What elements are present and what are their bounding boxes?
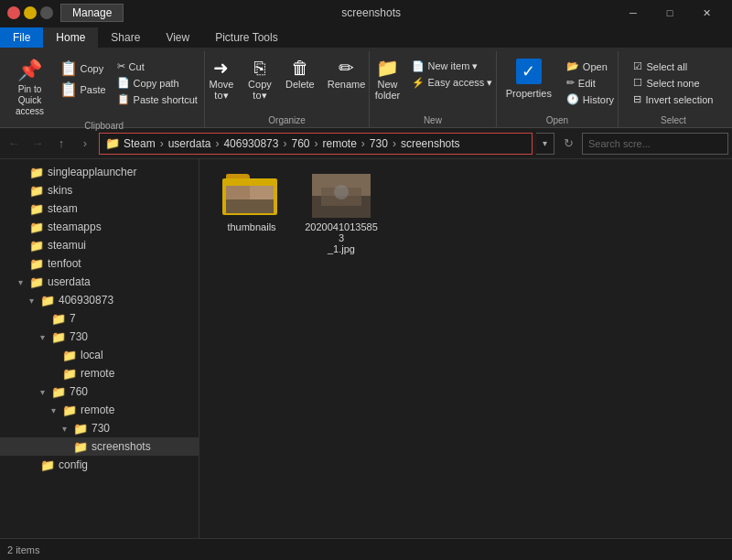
tab-picture-tools[interactable]: Picture Tools (202, 27, 290, 48)
sidebar-item-config[interactable]: 📁 config (0, 456, 199, 474)
sidebar-item-userdata[interactable]: ▾ 📁 userdata (0, 273, 199, 291)
folder-icon: 📁 (29, 239, 44, 253)
folder-icon: 📁 (62, 349, 77, 362)
folder-icon: 📁 (62, 404, 77, 417)
new-section: 📁 Newfolder 📄 New item ▾ ⚡ Easy access ▾… (370, 51, 497, 127)
sidebar-item-local[interactable]: 📁 local (0, 346, 199, 364)
pin-to-quick-access-button[interactable]: 📌 Pin to Quickaccess (6, 55, 52, 121)
new-item-button[interactable]: 📄 New item ▾ (408, 59, 497, 74)
cut-button[interactable]: ✂ Cut (113, 59, 201, 74)
folder-thumbnail (222, 174, 281, 218)
clipboard-label: Clipboard (84, 121, 124, 133)
window-icon-1 (7, 6, 20, 19)
delete-label: Delete (285, 79, 315, 90)
new-content: 📁 Newfolder 📄 New item ▾ ⚡ Easy access ▾ (370, 51, 497, 115)
easy-access-icon: ⚡ (412, 77, 425, 89)
sidebar-item-steamui[interactable]: 📁 steamui (0, 236, 199, 254)
new-folder-button[interactable]: 📁 Newfolder (370, 55, 406, 104)
forward-button[interactable]: → (27, 134, 48, 154)
copy-to-icon: ⎘ (254, 59, 265, 77)
properties-label: Properties (506, 88, 552, 99)
sidebar-item-760[interactable]: ▾ 📁 760 (0, 382, 199, 401)
sidebar-label: steamapps (48, 221, 102, 233)
sidebar-item-steamapps[interactable]: 📁 steamapps (0, 218, 199, 236)
paste-shortcut-button[interactable]: 📋 Paste shortcut (113, 92, 201, 107)
file-item-thumbnails[interactable]: thumbnails (210, 170, 293, 258)
edit-button[interactable]: ✏ Edit (563, 75, 618, 91)
rename-icon: ✏ (339, 59, 354, 77)
select-all-button[interactable]: ☑ Select all (630, 59, 716, 74)
select-none-button[interactable]: ☐ Select none (630, 75, 716, 91)
file-name: thumbnails (227, 221, 275, 232)
maximize-button[interactable]: □ (651, 0, 688, 26)
ribbon-tabs: File Home Share View Picture Tools (0, 26, 732, 48)
main-content: 📁 singleapplauncher 📁 skins 📁 steam 📁 st… (0, 159, 732, 538)
copy-label: Copy (80, 63, 103, 74)
back-button[interactable]: ← (4, 134, 24, 154)
select-none-label: Select none (646, 78, 699, 89)
sidebar-item-remote[interactable]: 📁 remote (0, 364, 199, 382)
folder-preview (226, 186, 274, 213)
paste-icon: 📋 (59, 82, 78, 97)
window-title: screenshots (127, 6, 615, 19)
expand-icon: ▾ (40, 387, 51, 397)
sidebar-item-7[interactable]: 📁 7 (0, 309, 199, 328)
open-content: ✓ Properties 📂 Open ✏ Edit 🕐 History (497, 51, 618, 115)
open-button[interactable]: 📂 Open (563, 59, 618, 74)
file-item-screenshot[interactable]: 20200410135853_1.jpg (300, 170, 382, 258)
sidebar-item-remote-760[interactable]: ▾ 📁 remote (0, 401, 199, 419)
paste-button[interactable]: 📋 Paste (54, 80, 111, 100)
sidebar-label: remote (81, 367, 114, 380)
delete-button[interactable]: 🗑 Delete (280, 55, 320, 93)
copy-to-button[interactable]: ⎘ Copyto▾ (242, 55, 278, 105)
tab-share[interactable]: Share (98, 27, 153, 48)
sidebar-item-singleapplauncher[interactable]: 📁 singleapplauncher (0, 163, 199, 181)
select-col: ☑ Select all ☐ Select none ⊟ Invert sele… (630, 55, 716, 107)
sidebar-item-730-remote[interactable]: ▾ 📁 730 (0, 419, 199, 437)
file-name: 20200410135853_1.jpg (304, 221, 379, 254)
new-item-icon: 📄 (412, 60, 425, 72)
copy-button[interactable]: 📋 Copy (54, 59, 111, 79)
folder-icon: 📁 (29, 184, 44, 198)
sidebar-label: tenfoot (48, 257, 81, 270)
search-placeholder: Search scre... (588, 138, 651, 149)
manage-tab[interactable]: Manage (60, 4, 124, 22)
pin-icon: 📌 (17, 59, 42, 82)
sidebar-item-730[interactable]: ▾ 📁 730 (0, 328, 199, 346)
properties-button[interactable]: ✓ Properties (497, 55, 561, 102)
refresh-button[interactable]: ↻ (558, 134, 578, 154)
sidebar-item-steam[interactable]: 📁 steam (0, 199, 199, 218)
folder-icon: 📁 (29, 166, 44, 179)
up-button[interactable]: ↑ (51, 134, 71, 154)
rename-label: Rename (328, 79, 366, 90)
folder-icon: 📁 (29, 221, 44, 234)
folder-icon: 📁 (29, 202, 44, 216)
rename-button[interactable]: ✏ Rename (322, 55, 371, 93)
sidebar-item-screenshots[interactable]: 📁 screenshots (0, 437, 199, 456)
sidebar-label: 406930873 (59, 294, 113, 307)
folder-icon: 📁 (73, 422, 88, 436)
ribbon: 📌 Pin to Quickaccess 📋 Copy 📋 Paste ✂ Cu… (0, 48, 732, 128)
expand-icon: ▾ (62, 424, 73, 434)
tab-home[interactable]: Home (43, 27, 98, 48)
close-button[interactable]: ✕ (688, 0, 725, 26)
organize-section: ➜ Moveto▾ ⎘ Copyto▾ 🗑 Delete ✏ Rename Or… (205, 51, 370, 127)
address-path-display[interactable]: 📁 Steam › userdata › 406930873 › 760 › r… (99, 133, 533, 155)
invert-selection-button[interactable]: ⊟ Invert selection (630, 92, 716, 107)
move-to-button[interactable]: ➜ Moveto▾ (203, 55, 240, 105)
search-input[interactable]: Search scre... (582, 133, 728, 155)
easy-access-button[interactable]: ⚡ Easy access ▾ (408, 75, 497, 91)
history-button[interactable]: 🕐 History (563, 92, 618, 107)
sidebar-item-tenfoot[interactable]: 📁 tenfoot (0, 254, 199, 273)
recent-button[interactable]: › (75, 134, 95, 154)
select-label: Select (661, 115, 686, 127)
history-icon: 🕐 (566, 93, 579, 105)
sidebar-item-skins[interactable]: 📁 skins (0, 181, 199, 199)
tab-view[interactable]: View (153, 27, 202, 48)
copy-path-button[interactable]: 📄 Copy path (113, 75, 201, 91)
sidebar-item-406930873[interactable]: ▾ 📁 406930873 (0, 291, 199, 309)
tab-file[interactable]: File (0, 27, 43, 48)
minimize-button[interactable]: ─ (615, 0, 651, 26)
sidebar-label: remote (81, 404, 114, 416)
address-dropdown-button[interactable]: ▾ (536, 133, 554, 155)
